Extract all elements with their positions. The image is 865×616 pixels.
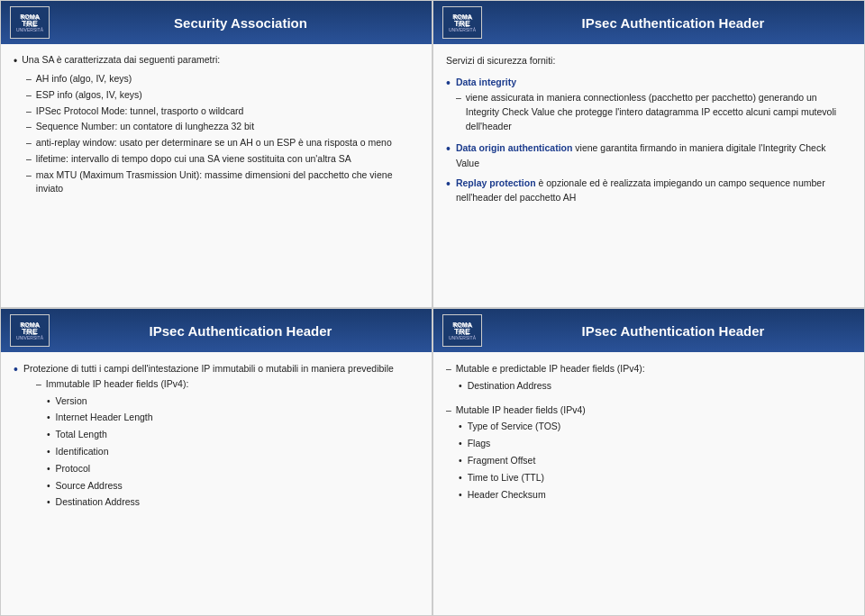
slide-security-association: ROMA TRE UNIVERSITÀ Security Association… bbox=[0, 0, 432, 308]
data-integrity-sub: viene assicurata in maniera connectionle… bbox=[456, 90, 851, 134]
list-item: Sequence Number: un contatore di lunghez… bbox=[26, 120, 419, 134]
slide-4-body: Mutable e predictable IP header fields (… bbox=[433, 352, 864, 615]
bullet-dot-3: • bbox=[446, 176, 451, 192]
list-item: •Destination Address bbox=[47, 494, 394, 510]
bullet-dot-2: • bbox=[446, 140, 451, 157]
list-item: max MTU (Maximum Trasmission Unit): mass… bbox=[26, 168, 419, 197]
slide-1-intro: Una SA è caratterizzata dai seguenti par… bbox=[14, 53, 419, 69]
list-item: ESP info (algos, IV, keys) bbox=[26, 88, 419, 103]
logo-sub-text: UNIVERSITÀ bbox=[16, 28, 43, 32]
slide-4-title: IPsec Authentication Header bbox=[491, 323, 855, 339]
protection-intro-item: • Protezione di tutti i campi dell'intes… bbox=[14, 361, 419, 512]
data-origin-item: • Data origin authentication viene garan… bbox=[446, 140, 851, 170]
slide-1-title: Security Association bbox=[59, 15, 423, 31]
list-item: lifetime: intervallo di tempo dopo cui u… bbox=[26, 152, 419, 167]
bullet-dot-1: • bbox=[446, 75, 451, 91]
slide-ipsec-immutable-fields: ROMA TRE UNIVERSITÀ IPsec Authentication… bbox=[0, 308, 432, 616]
slide-2-header: ROMA TRE UNIVERSITÀ IPsec Authentication… bbox=[433, 1, 864, 44]
list-item: •Total Length bbox=[47, 427, 394, 442]
data-integrity-label: Data integrity bbox=[456, 77, 516, 87]
data-integrity-content: Data integrity viene assicurata in manie… bbox=[456, 75, 851, 135]
list-item: •Protocol bbox=[47, 461, 394, 476]
list-item: AH info (algo, IV, keys) bbox=[26, 72, 419, 86]
slide-1-header: ROMA TRE UNIVERSITÀ Security Association bbox=[1, 1, 432, 44]
mutable-fields-intro: Mutable IP header fields (IPv4) bbox=[446, 403, 851, 418]
section2-items: •Type of Service (TOS) •Flags •Fragment … bbox=[459, 419, 851, 502]
immutable-intro-dash: Immutable IP header fields (IPv4): bbox=[36, 376, 394, 392]
list-item: •Internet Header Length bbox=[47, 410, 394, 425]
replay-protection-content: Replay protection è opzionale ed è reali… bbox=[456, 176, 851, 205]
slide-3-header: ROMA TRE UNIVERSITÀ IPsec Authentication… bbox=[1, 309, 432, 352]
slide-ipsec-auth-header-services: ROMA TRE UNIVERSITÀ IPsec Authentication… bbox=[432, 0, 865, 308]
replay-protection-item: • Replay protection è opzionale ed è rea… bbox=[446, 176, 851, 205]
roma-tre-logo-2: ROMA TRE UNIVERSITÀ bbox=[442, 6, 482, 39]
list-item: •Identification bbox=[47, 444, 394, 459]
list-item: •Destination Address bbox=[459, 378, 851, 394]
section1-items: •Destination Address bbox=[459, 378, 851, 394]
slide-2-body: Servizi di sicurezza forniti: • Data int… bbox=[433, 44, 864, 307]
slide-3-title: IPsec Authentication Header bbox=[59, 323, 423, 339]
slide-2-title: IPsec Authentication Header bbox=[491, 15, 855, 31]
list-item: •Flags bbox=[459, 436, 851, 451]
immutable-items: •Version •Internet Header Length •Total … bbox=[47, 394, 394, 511]
roma-tre-logo-3: ROMA TRE UNIVERSITÀ bbox=[10, 314, 50, 347]
servizi-intro: Servizi di sicurezza forniti: bbox=[446, 53, 851, 68]
data-integrity-item: • Data integrity viene assicurata in man… bbox=[446, 75, 851, 135]
slide-4-header: ROMA TRE UNIVERSITÀ IPsec Authentication… bbox=[433, 309, 864, 352]
list-item: •Type of Service (TOS) bbox=[459, 419, 851, 434]
list-item: •Time to Live (TTL) bbox=[459, 470, 851, 485]
list-item: •Source Address bbox=[47, 478, 394, 494]
list-item: IPSec Protocol Mode: tunnel, trasporto o… bbox=[26, 104, 419, 119]
slide-3-body: • Protezione di tutti i campi dell'intes… bbox=[1, 352, 432, 615]
roma-tre-logo-4: ROMA TRE UNIVERSITÀ bbox=[442, 314, 482, 347]
data-origin-label: Data origin authentication bbox=[456, 142, 573, 153]
list-item: •Header Checksum bbox=[459, 487, 851, 503]
mutable-fields-section: Mutable IP header fields (IPv4) •Type of… bbox=[446, 403, 851, 503]
list-item: •Version bbox=[47, 394, 394, 409]
list-item: •Fragment Offset bbox=[459, 453, 851, 468]
slide-1-body: Una SA è caratterizzata dai seguenti par… bbox=[1, 44, 432, 307]
mutable-predictable-intro: Mutable e predictable IP header fields (… bbox=[446, 361, 851, 376]
data-origin-content: Data origin authentication viene garanti… bbox=[456, 140, 851, 170]
slide-ipsec-mutable-fields: ROMA TRE UNIVERSITÀ IPsec Authentication… bbox=[432, 308, 865, 616]
list-item: anti-replay window: usato per determinar… bbox=[26, 136, 419, 150]
replay-protection-label: Replay protection bbox=[456, 177, 536, 188]
protection-intro-content: Protezione di tutti i campi dell'intesta… bbox=[23, 361, 394, 512]
roma-tre-logo-1: ROMA TRE UNIVERSITÀ bbox=[10, 6, 50, 39]
